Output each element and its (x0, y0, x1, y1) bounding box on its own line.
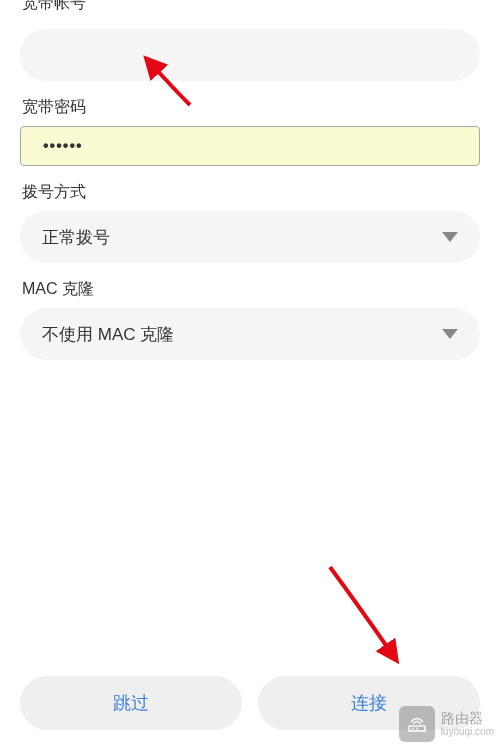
broadband-account-input[interactable] (20, 29, 480, 81)
broadband-password-input[interactable] (20, 126, 480, 166)
svg-point-3 (416, 728, 418, 730)
router-logo-icon (399, 706, 435, 742)
skip-button[interactable]: 跳过 (20, 676, 242, 730)
mac-clone-label: MAC 克隆 (20, 279, 480, 300)
svg-point-2 (412, 728, 414, 730)
chevron-down-icon (442, 329, 458, 339)
dial-method-value: 正常拨号 (42, 226, 110, 249)
dial-method-label: 拨号方式 (20, 182, 480, 203)
dial-method-select[interactable]: 正常拨号 (20, 211, 480, 263)
mac-clone-select[interactable]: 不使用 MAC 克隆 (20, 308, 480, 360)
watermark-title: 路由器 (441, 711, 494, 726)
password-label: 宽带密码 (20, 97, 480, 118)
watermark-url: luyouqi.com (441, 726, 494, 737)
watermark: 路由器 luyouqi.com (399, 706, 494, 742)
mac-clone-value: 不使用 MAC 克隆 (42, 323, 174, 346)
chevron-down-icon (442, 232, 458, 242)
account-label: 宽带帐号 (20, 0, 480, 14)
